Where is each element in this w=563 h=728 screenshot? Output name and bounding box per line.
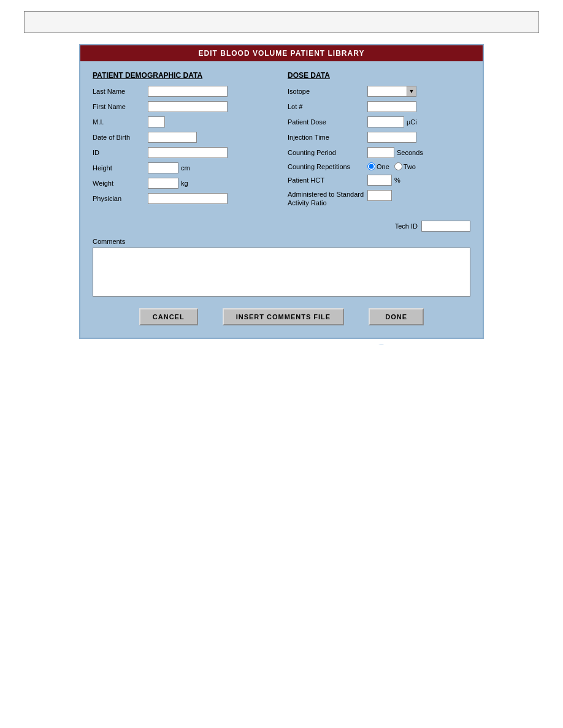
patient-section-header: PATIENT DEMOGRAPHIC DATA <box>93 71 275 80</box>
field-row-isotope: Isotope ▼ <box>288 86 470 97</box>
input-admin-ratio[interactable] <box>367 190 392 201</box>
field-row-patient-dose: Patient Dose µCi <box>288 116 470 127</box>
field-row-dob: Date of Birth <box>93 132 275 143</box>
radio-one-label[interactable]: One <box>367 162 389 170</box>
label-isotope: Isotope <box>288 88 367 95</box>
label-counting-period: Counting Period <box>288 149 367 156</box>
input-tech-id[interactable] <box>421 221 470 232</box>
unit-cm: cm <box>181 164 190 172</box>
patient-section: PATIENT DEMOGRAPHIC DATA Last Name First… <box>93 71 275 212</box>
label-tech-id: Tech ID <box>395 222 418 230</box>
input-first-name[interactable] <box>148 101 228 112</box>
comments-section: Comments <box>93 238 470 298</box>
unit-kg: kg <box>181 180 188 187</box>
input-id[interactable] <box>148 147 228 158</box>
main-dialog: EDIT BLOOD VOLUME PATIENT LIBRARY PATIEN… <box>79 44 484 339</box>
label-patient-hct: Patient HCT <box>288 176 367 184</box>
field-row-counting-period: Counting Period Seconds <box>288 147 470 158</box>
input-physician[interactable] <box>148 193 228 204</box>
radio-two[interactable] <box>394 162 402 170</box>
unit-uci: µCi <box>407 118 417 126</box>
label-physician: Physician <box>93 195 148 202</box>
label-dob: Date of Birth <box>93 134 148 141</box>
insert-comments-button[interactable]: INSERT COMMENTS FILE <box>223 308 344 325</box>
field-row-lot: Lot # <box>288 101 470 112</box>
field-row-id: ID <box>93 147 275 158</box>
cancel-button[interactable]: CANCEL <box>139 308 198 325</box>
top-bar <box>24 11 539 33</box>
tech-id-row: Tech ID <box>93 221 470 232</box>
input-injection-time[interactable] <box>367 132 416 143</box>
field-row-first-name: First Name <box>93 101 275 112</box>
label-admin-ratio: Administered to Standard Activity Ratio <box>288 190 367 208</box>
input-weight[interactable] <box>148 178 178 189</box>
field-row-height: Height cm <box>93 162 275 173</box>
field-row-injection-time: Injection Time <box>288 132 470 143</box>
dose-section-header: DOSE DATA <box>288 71 470 80</box>
dose-section: DOSE DATA Isotope ▼ Lot # <box>288 71 470 212</box>
input-height[interactable] <box>148 162 178 173</box>
label-injection-time: Injection Time <box>288 134 367 141</box>
label-weight: Weight <box>93 180 148 187</box>
label-height: Height <box>93 164 148 172</box>
dialog-title: EDIT BLOOD VOLUME PATIENT LIBRARY <box>80 45 483 61</box>
label-first-name: First Name <box>93 103 148 110</box>
isotope-dropdown-arrow[interactable]: ▼ <box>407 86 416 97</box>
input-dob[interactable] <box>148 132 197 143</box>
unit-seconds: Seconds <box>397 149 423 156</box>
field-row-last-name: Last Name <box>93 86 275 97</box>
input-patient-hct[interactable] <box>367 175 392 186</box>
label-id: ID <box>93 149 148 156</box>
button-row: CANCEL INSERT COMMENTS FILE DONE <box>93 308 470 325</box>
unit-percent: % <box>394 176 400 184</box>
isotope-control: ▼ <box>367 86 416 97</box>
field-row-weight: Weight kg <box>93 178 275 189</box>
field-row-mi: M.I. <box>93 116 275 127</box>
input-last-name[interactable] <box>148 86 228 97</box>
field-row-patient-hct: Patient HCT % <box>288 175 470 186</box>
input-isotope[interactable] <box>367 86 407 97</box>
input-patient-dose[interactable] <box>367 116 404 127</box>
label-counting-rep: Counting Repetitions <box>288 163 367 170</box>
done-button[interactable]: DONE <box>369 308 424 325</box>
input-lot[interactable] <box>367 101 416 112</box>
input-comments[interactable] <box>93 248 470 297</box>
input-mi[interactable] <box>148 116 165 127</box>
radio-one[interactable] <box>367 162 375 170</box>
field-row-physician: Physician <box>93 193 275 204</box>
counting-rep-options: One Two <box>367 162 416 170</box>
field-row-admin-ratio: Administered to Standard Activity Ratio <box>288 190 470 208</box>
input-counting-period[interactable] <box>367 147 394 158</box>
label-comments: Comments <box>93 238 470 245</box>
label-patient-dose: Patient Dose <box>288 118 367 126</box>
field-row-counting-rep: Counting Repetitions One Two <box>288 162 470 170</box>
radio-two-label[interactable]: Two <box>394 162 416 170</box>
label-last-name: Last Name <box>93 88 148 95</box>
label-mi: M.I. <box>93 118 148 126</box>
label-lot: Lot # <box>288 103 367 110</box>
